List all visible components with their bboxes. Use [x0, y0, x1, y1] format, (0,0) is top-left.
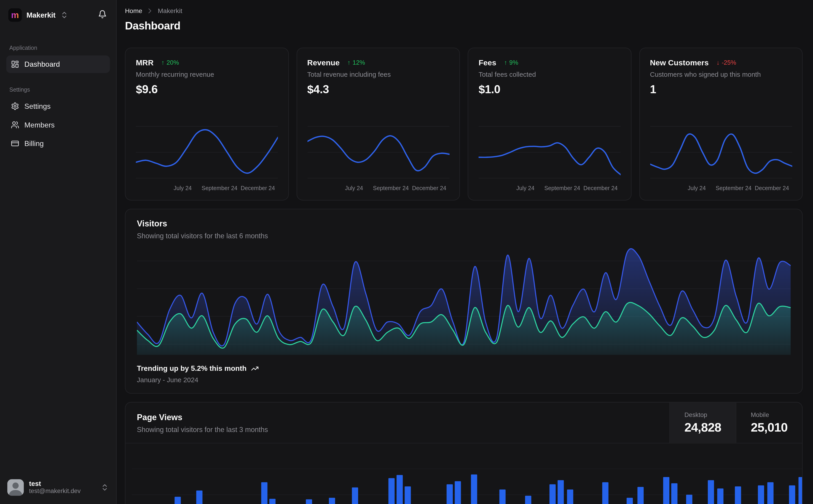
visitors-title: Visitors	[137, 219, 791, 228]
sparkline-chart: July 24 September 24 December 24	[650, 124, 792, 194]
chevrons-up-down-icon	[101, 483, 109, 491]
sidebar-item-label: Settings	[24, 102, 51, 110]
sidebar-item-billing[interactable]: Billing	[6, 135, 110, 152]
visitors-subtitle: Showing total visitors for the last 6 mo…	[137, 232, 791, 240]
sidebar-item-settings[interactable]: Settings	[6, 97, 110, 115]
stat-value: $1.0	[479, 83, 621, 96]
delta-badge: ↓-25%	[717, 59, 736, 66]
page-title: Dashboard	[125, 20, 802, 32]
sparkline-chart: July 24 September 24 December 24	[479, 124, 621, 194]
nav-section-application: Application	[6, 45, 110, 51]
toggle-mobile[interactable]: Mobile 25,010	[736, 403, 802, 443]
arrow-up-icon: ↑	[347, 59, 351, 66]
x-tick: September 24	[373, 185, 409, 191]
stat-card-new-customers: New Customers ↓-25% Customers who signed…	[639, 48, 802, 201]
x-tick: July 24	[173, 185, 191, 191]
page-views-bar-chart	[125, 443, 802, 504]
makerkit-logo: m	[8, 8, 22, 22]
workspace-selector[interactable]: m Makerkit	[7, 7, 69, 23]
visitors-period: January - June 2024	[137, 376, 791, 384]
arrow-up-icon: ↑	[504, 59, 507, 66]
page-views-header: Page Views Showing total visitors for th…	[125, 403, 802, 443]
arrow-up-icon: ↑	[161, 59, 164, 66]
stat-cards-row: MRR ↑20% Monthly recurring revenue $9.6 …	[125, 48, 802, 201]
bell-icon	[98, 10, 107, 19]
sidebar-item-dashboard[interactable]: Dashboard	[6, 56, 110, 73]
chevrons-up-down-icon	[60, 11, 68, 19]
stat-value: $4.3	[307, 83, 449, 96]
app-window: m Makerkit Application Dashboard Setting…	[0, 0, 813, 504]
page-views-title: Page Views	[137, 413, 658, 422]
dashboard-icon	[11, 60, 19, 68]
x-tick: December 24	[412, 185, 446, 191]
sparkline-chart: July 24 September 24 December 24	[136, 124, 278, 194]
avatar	[7, 479, 24, 496]
nav-section-settings: Settings	[6, 87, 110, 93]
sidebar: m Makerkit Application Dashboard Setting…	[0, 0, 117, 504]
x-tick: July 24	[688, 185, 706, 191]
visitors-card: Visitors Showing total visitors for the …	[125, 209, 802, 394]
stat-subtitle: Monthly recurring revenue	[136, 70, 278, 78]
breadcrumb: Home Makerkit	[125, 7, 802, 15]
main-content: Home Makerkit Dashboard MRR ↑20% Monthly…	[117, 0, 813, 504]
delta-badge: ↑9%	[504, 59, 518, 66]
users-icon	[11, 121, 19, 129]
x-tick: December 24	[583, 185, 618, 191]
stat-title: Fees	[479, 58, 496, 67]
sidebar-item-label: Billing	[24, 139, 44, 148]
stat-card-fees: Fees ↑9% Total fees collected $1.0 July …	[468, 48, 631, 201]
user-email: test@makerkit.dev	[29, 488, 95, 495]
x-tick: December 24	[241, 185, 275, 191]
chevron-right-icon	[146, 7, 154, 15]
user-name: test	[29, 480, 95, 488]
credit-card-icon	[11, 139, 19, 148]
stat-subtitle: Total fees collected	[479, 70, 621, 78]
visitors-trend: Trending up by 5.2% this month	[137, 364, 791, 372]
sidebar-item-members[interactable]: Members	[6, 116, 110, 134]
stat-subtitle: Customers who signed up this month	[650, 70, 792, 78]
page-views-subtitle: Showing total visitors for the last 3 mo…	[137, 426, 658, 434]
stat-card-revenue: Revenue ↑12% Total revenue including fee…	[296, 48, 460, 201]
sidebar-item-label: Members	[24, 121, 55, 129]
workspace-name: Makerkit	[27, 11, 56, 19]
x-tick: December 24	[755, 185, 789, 191]
delta-badge: ↑12%	[347, 59, 365, 66]
stat-title: Revenue	[307, 58, 340, 67]
x-tick: July 24	[516, 185, 534, 191]
delta-badge: ↑20%	[161, 59, 179, 66]
breadcrumb-home-link[interactable]: Home	[125, 7, 142, 15]
user-menu[interactable]: test test@makerkit.dev	[6, 477, 110, 498]
sidebar-header: m Makerkit	[6, 6, 110, 23]
stat-value: 1	[650, 83, 792, 96]
toggle-desktop[interactable]: Desktop 24,828	[669, 403, 736, 443]
x-tick: September 24	[716, 185, 752, 191]
arrow-down-icon: ↓	[717, 59, 720, 66]
x-tick: September 24	[202, 185, 238, 191]
gear-icon	[11, 102, 19, 110]
stat-subtitle: Total revenue including fees	[307, 70, 449, 78]
breadcrumb-current: Makerkit	[158, 7, 182, 15]
trending-up-icon	[251, 364, 259, 372]
sidebar-nav: Application Dashboard Settings Settings …	[6, 45, 110, 153]
stat-card-mrr: MRR ↑20% Monthly recurring revenue $9.6 …	[125, 48, 288, 201]
stat-title: MRR	[136, 58, 153, 67]
visitors-area-chart	[137, 248, 791, 355]
x-tick: July 24	[345, 185, 363, 191]
x-tick: September 24	[544, 185, 580, 191]
stat-value: $9.6	[136, 83, 278, 96]
notifications-button[interactable]	[96, 8, 109, 22]
stat-title: New Customers	[650, 58, 709, 67]
page-views-card: Page Views Showing total visitors for th…	[125, 402, 802, 504]
sparkline-chart: July 24 September 24 December 24	[307, 124, 449, 194]
sidebar-item-label: Dashboard	[24, 60, 60, 68]
